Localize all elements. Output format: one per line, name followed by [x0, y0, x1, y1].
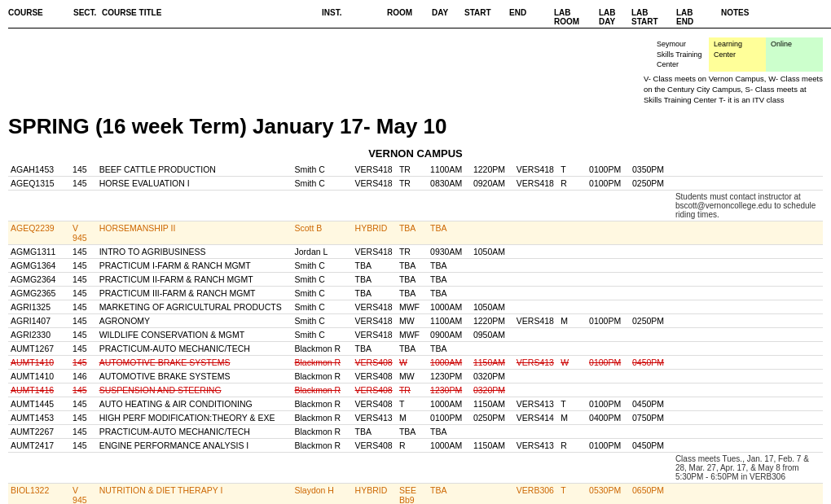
- cell-start: 1230PM: [428, 369, 471, 383]
- cell-labstart: 0100PM: [587, 163, 630, 177]
- cell-start: 1230PM: [428, 383, 471, 397]
- page-title: SPRING (16 week Term) January 17- May 10: [8, 114, 823, 139]
- table-row: AUMT1445 145 AUTO HEATING & AIR CONDITIO…: [8, 397, 823, 410]
- cell-notes: [673, 341, 823, 355]
- cell-title: HORSE EVALUATION I: [97, 176, 292, 190]
- cell-course: AUMT1410: [8, 355, 70, 369]
- cell-course: AGAH1453: [8, 163, 70, 177]
- cell-inst: Smith C: [292, 258, 353, 272]
- cell-labend: [630, 286, 673, 300]
- cell-inst: Blackmon R: [292, 341, 353, 355]
- cell-day: SEE Bb9: [397, 483, 428, 504]
- cell-inst: Smith C: [292, 163, 353, 177]
- cell-inst: Smith C: [292, 327, 353, 341]
- cell-labroom: [514, 258, 558, 272]
- cell-end: 1050AM: [471, 244, 514, 258]
- cell-course: AGMG1311: [8, 244, 70, 258]
- cell-labroom: [514, 244, 558, 258]
- cell-end: [471, 221, 514, 244]
- col-header-labday: LABDAY: [599, 8, 631, 26]
- cell-day: TR: [397, 383, 428, 397]
- cell-labroom: [514, 341, 558, 355]
- cell-labstart: [587, 369, 630, 383]
- cell-labend: [630, 341, 673, 355]
- col-header-title: COURSE TITLE: [102, 8, 322, 26]
- cell-inst: Blackmon R: [292, 355, 353, 369]
- cell-start: TBA: [428, 272, 471, 286]
- cell-sect: 145: [70, 176, 97, 190]
- cell-end: 1050AM: [471, 300, 514, 313]
- cell-day: R: [397, 438, 428, 452]
- cell-labday: [558, 221, 587, 244]
- cell-sect: 146: [70, 369, 97, 383]
- col-header-sect: SECT.: [73, 8, 102, 26]
- table-row: AGRI2330 145 WILDLIFE CONSERVATION & MGM…: [8, 327, 823, 341]
- cell-labday: M: [558, 313, 587, 327]
- col-header-notes: NOTES: [721, 8, 831, 26]
- col-header-inst: INST.: [322, 8, 387, 26]
- cell-start: 1000AM: [428, 438, 471, 452]
- cell-title: WILDLIFE CONSERVATION & MGMT: [97, 327, 292, 341]
- table-row: AUMT1416 145 SUSPENSION AND STEERING Bla…: [8, 383, 823, 397]
- cell-labroom: VERS413: [514, 355, 558, 369]
- cell-labday: T: [558, 163, 587, 177]
- cell-notes: [673, 313, 823, 327]
- cell-end: 1150AM: [471, 355, 514, 369]
- legend-row2: SeymourSkills TrainingCenter LearningCen…: [8, 37, 823, 72]
- cell-title: BEEF CATTLE PRODUCTION: [97, 163, 292, 177]
- cell-sect: 145: [70, 341, 97, 355]
- cell-labday: [558, 424, 587, 438]
- cell-sect: 145: [70, 410, 97, 424]
- cell-start: 0900AM: [428, 327, 471, 341]
- cell-inst: Slaydon H: [292, 483, 353, 504]
- table-row: AUMT1267 145 PRACTICUM-AUTO MECHANIC/TEC…: [8, 341, 823, 355]
- col-online: Online: [766, 37, 823, 72]
- cell-labstart: 0100PM: [587, 397, 630, 410]
- cell-notes: [673, 286, 823, 300]
- cell-end: 0950AM: [471, 327, 514, 341]
- cell-labend: [630, 300, 673, 313]
- cell-sect: 145: [70, 438, 97, 452]
- cell-labend: [630, 244, 673, 258]
- cell-inst: Smith C: [292, 313, 353, 327]
- table-row: AGEQ1315 145 HORSE EVALUATION I Smith C …: [8, 176, 823, 190]
- cell-labday: [558, 286, 587, 300]
- cell-room: TBA: [353, 258, 397, 272]
- note-cell: Class meets Tues., Jan. 17, Feb. 7 & 28,…: [673, 452, 823, 483]
- table-row: AGRI1407 145 AGRONOMY Smith C VERS418 MW…: [8, 313, 823, 327]
- cell-course: AGRI1407: [8, 313, 70, 327]
- legend-note-area: V- Class meets on Vernon Campus, W- Clas…: [8, 73, 823, 106]
- cell-start: 0930AM: [428, 244, 471, 258]
- page-container: COURSE SECT. COURSE TITLE INST. ROOM DAY…: [8, 8, 823, 504]
- cell-room: TBA: [353, 341, 397, 355]
- cell-course: AUMT2267: [8, 424, 70, 438]
- cell-labroom: [514, 272, 558, 286]
- col-header-labstart: LABSTART: [631, 8, 676, 26]
- cell-day: TR: [397, 244, 428, 258]
- legend-note-text: V- Class meets on Vernon Campus, W- Clas…: [644, 73, 823, 106]
- cell-course: AGMG2364: [8, 272, 70, 286]
- cell-labroom: VERS414: [514, 410, 558, 424]
- cell-day: TBA: [397, 272, 428, 286]
- cell-course: AGMG2365: [8, 286, 70, 300]
- cell-labday: [558, 244, 587, 258]
- cell-room: TBA: [353, 424, 397, 438]
- cell-labstart: [587, 327, 630, 341]
- cell-labend: 0250PM: [630, 313, 673, 327]
- cell-end: [471, 286, 514, 300]
- cell-title: HIGH PERF MODIFICATION:THEORY & EXE: [97, 410, 292, 424]
- cell-labday: [558, 369, 587, 383]
- cell-labroom: [514, 221, 558, 244]
- cell-course: AGRI1325: [8, 300, 70, 313]
- table-row: Students must contact instructor at bsco…: [8, 190, 823, 221]
- cell-sect: 145: [70, 244, 97, 258]
- cell-sect: V 945: [70, 483, 97, 504]
- cell-inst: Blackmon R: [292, 383, 353, 397]
- table-row: AGMG1311 145 INTRO TO AGRIBUSINESS Jorda…: [8, 244, 823, 258]
- cell-title: PRACTICUM-AUTO MECHANIC/TECH: [97, 424, 292, 438]
- cell-labroom: [514, 383, 558, 397]
- cell-labstart: [587, 221, 630, 244]
- cell-course: AUMT1267: [8, 341, 70, 355]
- cell-labend: 0750PM: [630, 410, 673, 424]
- cell-labend: [630, 383, 673, 397]
